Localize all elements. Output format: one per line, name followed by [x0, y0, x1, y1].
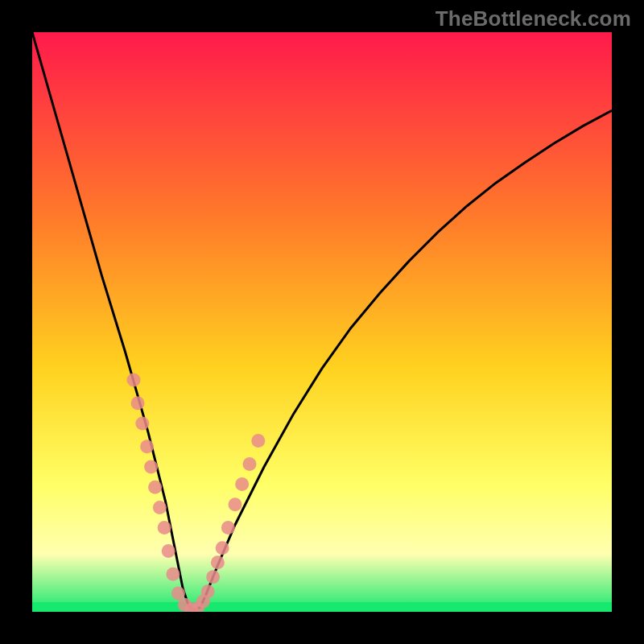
chart-frame: TheBottleneck.com: [0, 0, 644, 644]
data-marker: [135, 417, 149, 431]
gradient-background: [32, 32, 612, 612]
data-marker: [158, 521, 171, 535]
plot-area: [32, 32, 612, 612]
baseline-strip: [32, 602, 612, 612]
data-marker: [166, 568, 180, 581]
data-marker: [229, 497, 242, 511]
data-marker: [211, 555, 225, 569]
data-marker: [235, 477, 249, 491]
data-marker: [148, 481, 162, 494]
data-marker: [201, 584, 215, 598]
data-marker: [221, 521, 235, 535]
watermark-text: TheBottleneck.com: [436, 6, 631, 31]
data-marker: [243, 457, 257, 471]
data-marker: [140, 440, 154, 453]
data-marker: [162, 544, 175, 558]
data-marker: [206, 570, 220, 584]
data-marker: [251, 434, 265, 448]
data-marker: [216, 541, 229, 555]
data-marker: [131, 396, 145, 410]
data-marker: [171, 586, 185, 600]
bottleneck-chart: [32, 32, 612, 612]
data-marker: [127, 374, 141, 387]
data-marker: [144, 460, 158, 474]
data-marker: [153, 501, 167, 514]
